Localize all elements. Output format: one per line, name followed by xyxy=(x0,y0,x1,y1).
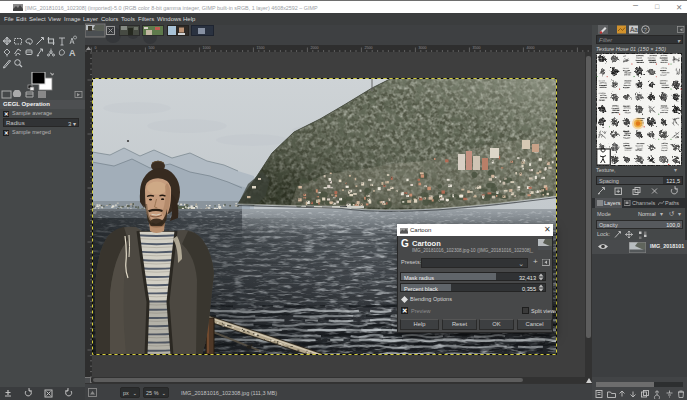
svg-text:?: ? xyxy=(644,27,647,33)
svg-text:3000: 3000 xyxy=(419,46,427,50)
svg-text:1000: 1000 xyxy=(203,46,211,50)
svg-text:500: 500 xyxy=(149,46,155,50)
svg-text:2500: 2500 xyxy=(365,46,373,50)
svg-text:1500: 1500 xyxy=(257,46,265,50)
svg-text:0: 0 xyxy=(95,46,97,50)
svg-text:4000: 4000 xyxy=(527,46,535,50)
svg-text:3500: 3500 xyxy=(473,46,481,50)
svg-text:A: A xyxy=(69,48,76,58)
svg-text:Aa: Aa xyxy=(630,26,638,33)
svg-text:2000: 2000 xyxy=(311,46,319,50)
